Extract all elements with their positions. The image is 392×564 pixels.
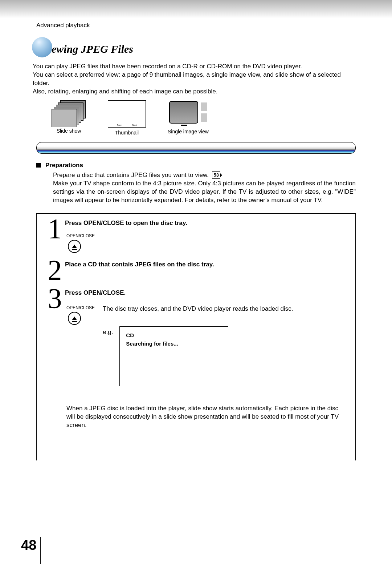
screen-line-2: Searching for files... <box>126 341 222 347</box>
step-3-desc: The disc tray closes, and the DVD video … <box>103 305 347 313</box>
page-title: ewing JPEG Files <box>52 43 371 55</box>
prep-head-row: Preparations <box>36 162 356 169</box>
thumb-next-label: Next <box>132 124 136 126</box>
step-3-row: OPEN/CLOSE The disc tray closes, and the… <box>65 305 347 386</box>
view-modes-row: Slide show Prev. Next Thumbnail <box>52 100 356 136</box>
step-3-left: OPEN/CLOSE <box>65 305 94 386</box>
view-thumbnail: Prev. Next Thumbnail <box>108 100 146 136</box>
decorative-sphere-icon <box>32 37 52 57</box>
step-body: Place a CD that contais JPEG files on th… <box>65 260 347 281</box>
prep-line1a: Prepare a disc that contains JPEG files … <box>53 172 209 178</box>
page-number-rule <box>40 537 41 564</box>
thumbnail-caption: Thumbnail <box>115 130 139 136</box>
step-body: Press OPEN/CLOSE. OPEN/CLOSE The disc tr… <box>65 289 347 386</box>
open-close-button-icon <box>68 312 81 325</box>
eject-icon <box>72 245 77 248</box>
open-close-button-icon <box>68 240 81 253</box>
view-slideshow: Slide show <box>52 100 86 136</box>
step-1: 1 Press OPEN/CLOSE to open the disc tray… <box>45 219 347 253</box>
step-number: 3 <box>45 287 65 386</box>
single-caption: Single image view <box>168 129 209 134</box>
page-ref-box: 53 <box>212 171 220 179</box>
title-wrap: ewing JPEG Files <box>36 39 356 57</box>
manual-page: Advanced playback ewing JPEG Files You c… <box>0 0 392 564</box>
eject-icon <box>72 317 77 320</box>
thumb-prev-label: Prev. <box>117 124 122 126</box>
intro-line-1: You can play JPEG files that have been r… <box>33 63 356 71</box>
view-single: Single image view <box>168 100 209 136</box>
page-number-wrap: 48 <box>21 537 41 553</box>
prep-body: Make your TV shape conform to the 4:3 pi… <box>53 180 356 204</box>
section-header: Advanced playback <box>36 22 356 29</box>
button-label: OPEN/CLOSE <box>66 305 94 310</box>
thumbnail-icon: Prev. Next <box>108 100 146 128</box>
step-3-note: When a JPEG disc is loaded into the play… <box>66 404 344 430</box>
step-3-title: Press OPEN/CLOSE. <box>65 289 347 297</box>
intro-text: You can play JPEG files that have been r… <box>33 63 356 96</box>
step-number: 1 <box>45 217 65 253</box>
screen-example-box: CD Searching for files... <box>119 326 228 386</box>
step-number: 2 <box>45 259 65 281</box>
example-row: e.g. CD Searching for files... <box>103 326 347 386</box>
example-label: e.g. <box>103 326 113 336</box>
step-body: Press OPEN/CLOSE to open the disc tray. … <box>65 219 347 253</box>
slideshow-caption: Slide show <box>57 128 81 134</box>
steps-panel: 1 Press OPEN/CLOSE to open the disc tray… <box>36 213 356 460</box>
bullet-square-icon <box>36 163 41 168</box>
intro-line-2: You can select a preferred view: a page … <box>33 71 356 88</box>
intro-line-3: Also, rotating, enlarging and shifting o… <box>33 88 356 96</box>
step-3-right: The disc tray closes, and the DVD video … <box>103 305 347 386</box>
step-3: 3 Press OPEN/CLOSE. OPEN/CLOSE The disc … <box>45 289 347 386</box>
preparations-text: Prepare a disc that contains JPEG files … <box>53 171 356 205</box>
step-1-title: Press OPEN/CLOSE to open the disc tray. <box>65 219 347 227</box>
page-number: 48 <box>21 537 36 553</box>
gradient-divider <box>36 142 356 154</box>
preparations-heading: Preparations <box>45 162 83 169</box>
preparations-block: Preparations Prepare a disc that contain… <box>36 162 356 205</box>
step-2: 2 Place a CD that contais JPEG files on … <box>45 260 347 281</box>
screen-line-1: CD <box>126 332 222 338</box>
button-label: OPEN/CLOSE <box>66 233 347 238</box>
slideshow-icon <box>52 100 86 126</box>
step-2-title: Place a CD that contais JPEG files on th… <box>65 261 347 268</box>
single-view-icon <box>169 100 207 126</box>
page-content: Advanced playback ewing JPEG Files You c… <box>0 0 392 460</box>
